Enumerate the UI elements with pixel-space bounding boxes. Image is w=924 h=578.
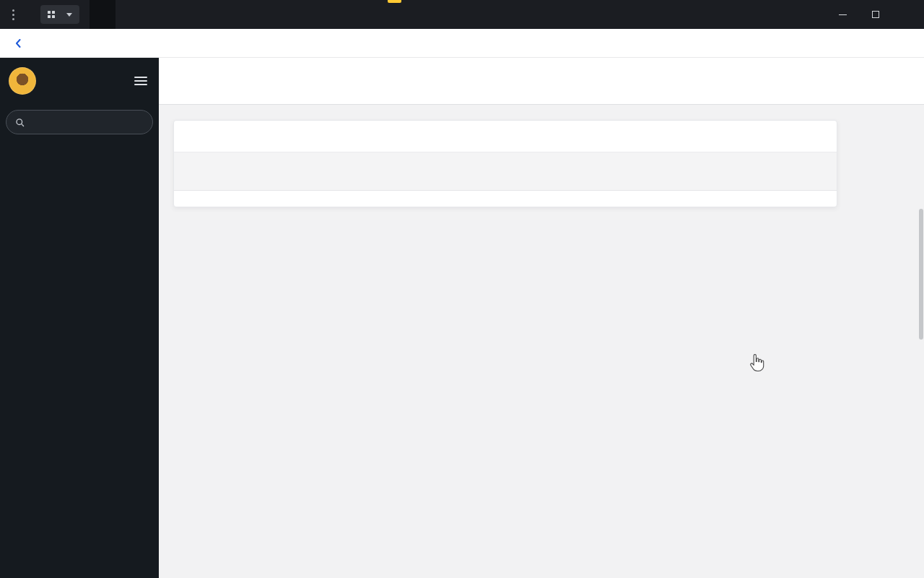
sidebar [0,58,159,578]
main-header [159,58,924,105]
notification-notch [388,0,401,3]
search-icon [15,117,25,128]
chevron-left-icon [15,39,21,48]
chevron-down-icon [66,13,72,17]
minimize-button[interactable] [827,0,859,29]
window-controls [827,0,924,29]
titlebar [0,0,924,29]
main-content [159,105,924,578]
back-link[interactable] [15,39,26,48]
maximize-button[interactable] [859,0,892,29]
kebab-menu-icon[interactable] [0,9,26,20]
search-input[interactable] [30,117,144,128]
sidebar-search-area [0,104,159,139]
sidebar-header-text [43,80,124,82]
scrollbar-thumb[interactable] [919,209,923,340]
close-button[interactable] [892,0,924,29]
avatar [9,67,36,95]
minimize-icon [839,14,847,15]
maximize-icon [872,11,879,18]
server-selector[interactable] [40,5,79,24]
back-bar [0,29,924,58]
hamburger-icon[interactable] [131,74,150,88]
table-header [174,152,837,191]
sidebar-header [0,58,159,104]
grid-icon [48,11,55,18]
admin-roles-card [173,120,837,207]
tab-channels[interactable] [90,0,116,29]
search-box[interactable] [6,110,153,134]
